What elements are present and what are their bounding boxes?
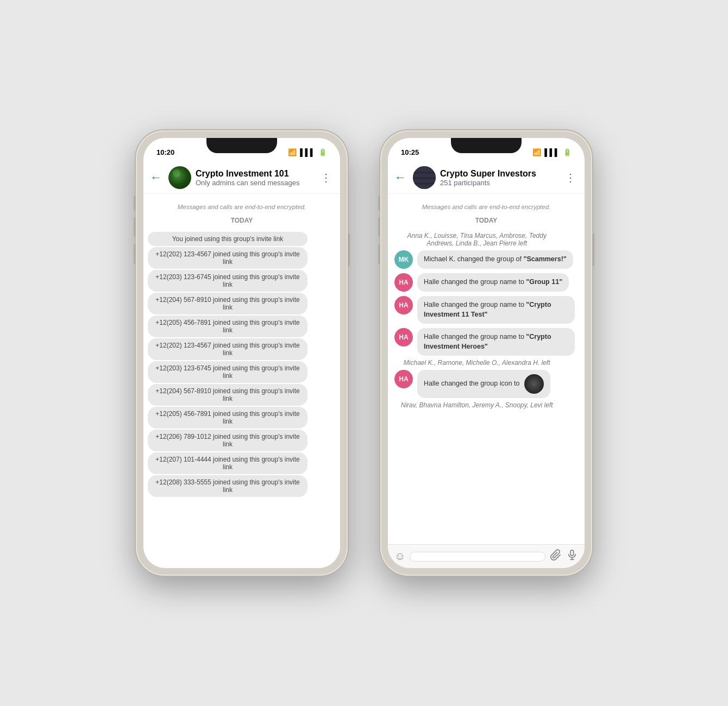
header-info-1: Crypto Investment 101 Only admins can se…	[196, 169, 314, 187]
event-list-2: Anna K., Louisse, Tina Marcus, Ambrose, …	[392, 231, 580, 410]
encrypted-notice-1: Messages and calls are end-to-end encryp…	[148, 198, 336, 212]
event-bubble: Halle changed the group name to "Crypto …	[417, 328, 575, 356]
group-avatar-2	[413, 166, 436, 189]
avatar: HA	[394, 328, 413, 346]
event-bubble: Halle changed the group name to "Group 1…	[417, 273, 569, 292]
list-item: MKMichael K. changed the group of "Scamm…	[392, 248, 580, 271]
list-item: HAHalle changed the group name to "Crypt…	[392, 294, 580, 326]
battery-icon-2: 🔋	[563, 148, 572, 156]
list-item: +12(205) 456-7891 joined using this grou…	[148, 316, 307, 337]
wifi-icon-2: 📶	[532, 148, 541, 156]
list-item: HAHalle changed the group name to "Group…	[392, 271, 580, 294]
svg-rect-0	[570, 550, 574, 556]
group-name-2: Crypto Super Investors	[440, 169, 558, 179]
list-item: +12(206) 789-1012 joined using this grou…	[148, 430, 307, 451]
chat-header-2: ← Crypto Super Investors 251 participant…	[388, 162, 585, 194]
phone-1-screen: 10:20 📶 ▌▌▌ 🔋 ← Crypto Investment 101 On…	[143, 138, 340, 568]
list-item: +12(205) 456-7891 joined using this grou…	[148, 407, 307, 428]
signal-icon-1: ▌▌▌	[300, 148, 315, 156]
list-item: +12(202) 123-4567 joined using this grou…	[148, 247, 307, 269]
day-label-2: TODAY	[392, 215, 580, 229]
list-item: +12(202) 123-4567 joined using this grou…	[148, 338, 307, 360]
back-button-1[interactable]: ←	[148, 169, 164, 186]
event-bubble: Halle changed the group name to "Crypto …	[417, 296, 575, 324]
day-label-1: TODAY	[148, 215, 336, 229]
wifi-icon-1: 📶	[288, 148, 297, 156]
list-item: +12(204) 567-8910 joined using this grou…	[148, 384, 307, 406]
avatar: MK	[394, 250, 413, 269]
list-item: +12(204) 567-8910 joined using this grou…	[148, 293, 307, 314]
group-avatar-1	[168, 166, 191, 189]
emoji-button[interactable]: ☺	[394, 550, 405, 563]
list-item: Anna K., Louisse, Tina Marcus, Ambrose, …	[392, 231, 561, 248]
signal-icon-2: ▌▌▌	[544, 148, 560, 156]
chat-area-1: Messages and calls are end-to-end encryp…	[143, 194, 340, 568]
menu-button-1[interactable]: ⋮	[318, 169, 334, 186]
list-item: HAHalle changed the group icon to	[392, 368, 580, 400]
event-bubble: Halle changed the group icon to	[417, 370, 550, 398]
time-1: 10:20	[156, 148, 174, 156]
avatar: HA	[394, 296, 413, 314]
mic-button[interactable]	[566, 549, 578, 564]
menu-button-2[interactable]: ⋮	[563, 169, 578, 186]
attach-button[interactable]	[550, 549, 562, 564]
header-info-2: Crypto Super Investors 251 participants	[440, 169, 558, 187]
list-item: +12(208) 333-5555 joined using this grou…	[148, 475, 307, 497]
list-item: +12(203) 123-6745 joined using this grou…	[148, 361, 307, 383]
list-item: +12(203) 123-6745 joined using this grou…	[148, 270, 307, 292]
list-item: HAHalle changed the group name to "Crypt…	[392, 326, 580, 358]
notch-1	[206, 138, 277, 153]
group-subtitle-1: Only admins can send messages	[196, 179, 314, 187]
chat-area-2: Messages and calls are end-to-end encryp…	[388, 194, 585, 544]
group-name-1: Crypto Investment 101	[196, 169, 314, 179]
list-item: +12(207) 101-4444 joined using this grou…	[148, 452, 307, 474]
message-input[interactable]	[410, 552, 545, 562]
list-item: You joined using this group's invite lin…	[148, 232, 307, 246]
group-subtitle-2: 251 participants	[440, 179, 558, 187]
phone-2: 10:25 📶 ▌▌▌ 🔋 ← Crypto Super Investors 2…	[380, 130, 592, 576]
phone-2-screen: 10:25 📶 ▌▌▌ 🔋 ← Crypto Super Investors 2…	[388, 138, 585, 568]
chat-header-1: ← Crypto Investment 101 Only admins can …	[143, 162, 340, 194]
notch-2	[451, 138, 522, 153]
message-list-1: You joined using this group's invite lin…	[148, 231, 336, 498]
battery-icon-1: 🔋	[318, 148, 327, 156]
group-icon-preview	[524, 374, 544, 394]
encrypted-notice-2: Messages and calls are end-to-end encryp…	[392, 198, 580, 212]
back-button-2[interactable]: ←	[392, 169, 409, 186]
phone-1: 10:20 📶 ▌▌▌ 🔋 ← Crypto Investment 101 On…	[136, 130, 348, 576]
list-item: Michael K., Ramone, Michelle O., Alexand…	[392, 358, 561, 368]
chat-input-bar: ☺	[388, 544, 585, 568]
avatar: HA	[394, 273, 413, 292]
time-2: 10:25	[401, 148, 419, 156]
event-bubble: Michael K. changed the group of "Scammer…	[417, 250, 573, 269]
avatar: HA	[394, 370, 413, 388]
list-item: Nirav, Bhavna Hamilton, Jeremy A., Snoop…	[392, 400, 561, 410]
